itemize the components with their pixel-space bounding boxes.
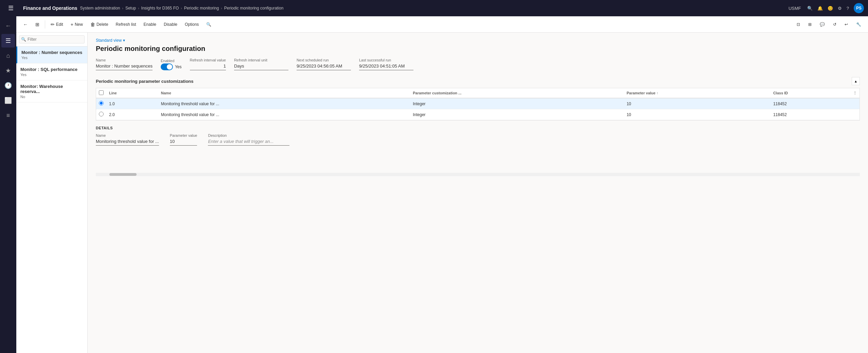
list-item-2[interactable]: Monitor: Warehouse reserva... No — [16, 80, 87, 103]
list-filter: 🔍 — [16, 33, 87, 47]
th-param-value[interactable]: Parameter value ↑ — [624, 88, 770, 98]
row-0-param-cust: Integer — [410, 98, 624, 109]
filter-wrap: 🔍 — [19, 35, 85, 43]
undo-button[interactable]: ↩ — [841, 20, 851, 29]
row-1-actions — [850, 109, 860, 120]
refresh-interval-value-label: Refresh interval value — [190, 58, 226, 62]
table-row[interactable]: 1.0 Monitoring threshold value for ... I… — [96, 98, 860, 109]
sidebar-recent-icon[interactable]: 🕐 — [1, 79, 15, 92]
settings-icon[interactable]: ⚙ — [838, 6, 842, 11]
next-scheduled-run-field: Next scheduled run 9/25/2023 04:56:05 AM — [297, 58, 351, 70]
delete-label: Delete — [96, 22, 108, 27]
back-button[interactable]: ← — [20, 20, 31, 29]
sidebar-nav-icon[interactable]: ≡ — [1, 109, 15, 122]
row-0-param-value: 10 — [624, 98, 770, 109]
details-description-label: Description — [208, 133, 289, 137]
filter-input[interactable] — [19, 35, 85, 43]
row-0-radio[interactable] — [99, 101, 104, 106]
sidebar-menu-icon[interactable]: ☰ — [1, 34, 15, 48]
last-successful-run-label: Last successful run — [359, 58, 413, 62]
breadcrumb-setup[interactable]: Setup — [125, 6, 136, 11]
edit-button[interactable]: ✏ Edit — [47, 20, 67, 29]
name-value[interactable]: Monitor : Number sequences — [96, 63, 153, 70]
user-avatar[interactable]: PS — [854, 3, 864, 13]
th-param-cust-label: Parameter customization ... — [413, 91, 461, 95]
details-description-value[interactable]: Enter a value that will trigger an... — [208, 138, 289, 146]
delete-button[interactable]: 🗑 Delete — [87, 20, 112, 29]
options-button[interactable]: Options — [181, 20, 202, 29]
options-label: Options — [185, 22, 199, 27]
params-table: Line Name Parameter customization ... Pa… — [96, 88, 860, 120]
select-all-checkbox[interactable] — [99, 90, 104, 95]
enabled-label: Enabled — [161, 59, 182, 63]
breadcrumb-system-admin[interactable]: System administration — [80, 6, 120, 11]
toolbar-right-actions: ⊡ ⊞ 💬 ↺ ↩ 🔧 — [793, 20, 865, 29]
list-item-sub-0: Yes — [21, 56, 83, 60]
refresh-label: Refresh list — [116, 22, 136, 27]
view-toggle-button[interactable]: ⊡ — [793, 20, 803, 29]
row-0-name: Monitoring threshold value for ... — [158, 98, 410, 109]
notifications-icon[interactable]: 🔔 — [817, 6, 823, 11]
row-1-name: Monitoring threshold value for ... — [158, 109, 410, 120]
standard-view-dropdown[interactable]: Standard view ▾ — [96, 38, 860, 43]
delete-icon: 🗑 — [90, 22, 95, 27]
details-param-value[interactable]: 10 — [170, 138, 197, 146]
message-button[interactable]: 💬 — [816, 20, 828, 29]
list-item-0[interactable]: Monitor : Number sequences Yes — [16, 47, 87, 63]
th-radio — [96, 88, 106, 98]
help-icon[interactable]: ? — [847, 6, 849, 11]
breadcrumb-sep-1: › — [122, 6, 123, 10]
list-item-sub-2: No — [20, 95, 83, 99]
th-actions-menu[interactable]: ⋮ — [853, 91, 857, 95]
grid-icon: ⊞ — [35, 22, 39, 27]
refresh-interval-value[interactable]: 1 — [190, 63, 226, 70]
name-field: Name Monitor : Number sequences — [96, 58, 153, 70]
hamburger-menu-icon[interactable]: ☰ — [4, 1, 18, 15]
enable-button[interactable]: Enable — [140, 20, 160, 29]
details-name-value[interactable]: Monitoring threshold value for ... — [96, 138, 159, 146]
new-button[interactable]: + New — [67, 20, 86, 29]
scroll-handle[interactable] — [109, 173, 137, 176]
breadcrumb-config[interactable]: Periodic monitoring configuration — [224, 6, 284, 11]
row-1-radio[interactable] — [99, 112, 104, 116]
sidebar-home-icon[interactable]: ⌂ — [1, 49, 15, 62]
row-0-radio-cell — [96, 98, 106, 109]
export-button[interactable]: ⊞ — [805, 20, 815, 29]
horizontal-scrollbar[interactable] — [96, 173, 860, 176]
enabled-toggle-wrap: Yes — [161, 63, 182, 70]
th-line[interactable]: Line — [106, 88, 158, 98]
row-0-line: 1.0 — [106, 98, 158, 109]
section-header: Periodic monitoring parameter customizat… — [96, 77, 860, 85]
sidebar-back-icon[interactable]: ← — [1, 19, 15, 33]
sidebar-workspaces-icon[interactable]: ⬜ — [1, 94, 15, 107]
refresh-button[interactable]: ↺ — [830, 20, 840, 29]
details-fields-row: Name Monitoring threshold value for ... … — [96, 133, 860, 146]
detail-panel: Standard view ▾ Periodic monitoring conf… — [88, 33, 868, 353]
disable-button[interactable]: Disable — [160, 20, 181, 29]
search-icon[interactable]: 🔍 — [807, 6, 813, 11]
filter-button[interactable]: 🔧 — [853, 20, 865, 29]
refresh-interval-unit[interactable]: Days — [234, 63, 288, 70]
th-name[interactable]: Name — [158, 88, 410, 98]
breadcrumb-periodic[interactable]: Periodic monitoring — [184, 6, 219, 11]
last-successful-run-field: Last successful run 9/25/2023 04:51:05 A… — [359, 58, 413, 70]
grid-view-button[interactable]: ⊞ — [32, 20, 43, 29]
th-class-id[interactable]: Class ID — [770, 88, 850, 98]
next-scheduled-run-value[interactable]: 9/25/2023 04:56:05 AM — [297, 63, 351, 70]
sort-icon: ↑ — [657, 91, 658, 95]
table-row[interactable]: 2.0 Monitoring threshold value for ... I… — [96, 109, 860, 120]
sidebar-favorites-icon[interactable]: ★ — [1, 64, 15, 77]
smiley-icon[interactable]: 😊 — [828, 6, 833, 11]
details-description-field: Description Enter a value that will trig… — [208, 133, 289, 146]
th-param-cust[interactable]: Parameter customization ... — [410, 88, 624, 98]
list-item-1[interactable]: Monitor : SQL performance Yes — [16, 63, 87, 80]
list-item-sub-1: Yes — [20, 73, 83, 77]
search-toolbar-button[interactable]: 🔍 — [203, 20, 215, 29]
enabled-toggle[interactable] — [161, 63, 173, 70]
breadcrumb-insights[interactable]: Insights for D365 FO — [141, 6, 179, 11]
refresh-list-button[interactable]: Refresh list — [112, 20, 140, 29]
section-collapse-button[interactable]: ▲ — [852, 77, 860, 85]
name-label: Name — [96, 58, 153, 62]
row-1-param-value: 10 — [624, 109, 770, 120]
last-successful-run-value[interactable]: 9/25/2023 04:51:05 AM — [359, 63, 413, 70]
